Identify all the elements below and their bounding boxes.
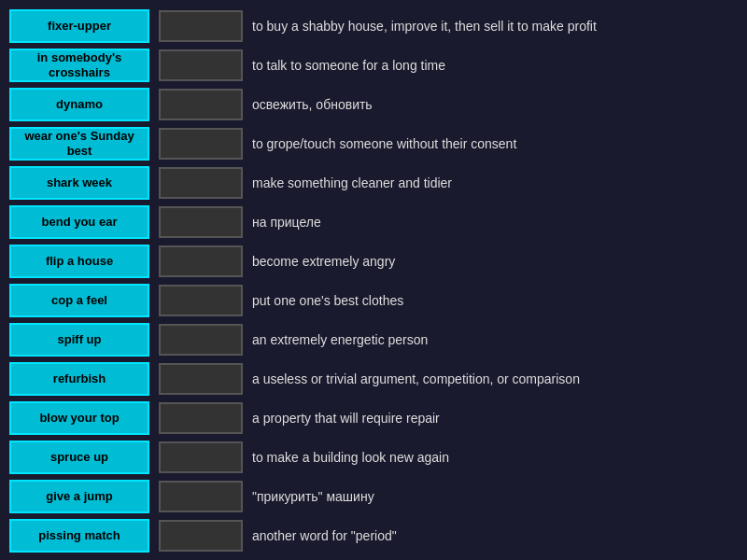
term-button-3[interactable]: wear one's Sunday best xyxy=(9,127,149,161)
definition-9: a useless or trivial argument, competiti… xyxy=(252,371,738,386)
match-box-10[interactable] xyxy=(159,402,243,434)
term-button-8[interactable]: spiff up xyxy=(9,323,149,357)
match-row: refurbisha useless or trivial argument, … xyxy=(9,362,738,396)
main-container: fixer-upperto buy a shabby house, improv… xyxy=(0,0,747,560)
match-box-5[interactable] xyxy=(159,206,243,238)
match-box-2[interactable] xyxy=(159,89,243,120)
definition-1: to talk to someone for a long time xyxy=(252,58,738,73)
match-box-1[interactable] xyxy=(159,49,243,81)
definition-13: another word for "period" xyxy=(252,528,738,543)
term-button-4[interactable]: shark week xyxy=(9,166,149,200)
term-button-1[interactable]: in somebody's crosshairs xyxy=(9,49,149,82)
match-row: shark weekmake something cleaner and tid… xyxy=(9,166,738,200)
definition-11: to make a building look new again xyxy=(252,450,738,465)
match-row: cop a feelput one one's best clothes xyxy=(9,284,738,317)
definition-7: put one one's best clothes xyxy=(252,293,738,308)
term-button-9[interactable]: refurbish xyxy=(9,362,149,396)
definition-4: make something cleaner and tidier xyxy=(252,175,738,190)
match-row: dynamoосвежить, обновить xyxy=(9,88,738,121)
match-row: spiff upan extremely energetic person xyxy=(9,323,738,357)
definition-8: an extremely energetic person xyxy=(252,332,738,347)
match-row: pissing matchanother word for "period" xyxy=(9,519,738,553)
match-box-7[interactable] xyxy=(159,285,243,316)
term-button-13[interactable]: pissing match xyxy=(9,519,149,553)
match-box-0[interactable] xyxy=(159,10,243,42)
term-button-0[interactable]: fixer-upper xyxy=(9,9,149,43)
match-row: flip a housebecome extremely angry xyxy=(9,245,738,278)
term-button-10[interactable]: blow your top xyxy=(9,401,149,435)
definition-12: "прикурить" машину xyxy=(252,489,738,504)
match-row: bend you earна прицеле xyxy=(9,205,738,239)
match-row: fixer-upperto buy a shabby house, improv… xyxy=(9,9,738,43)
match-box-11[interactable] xyxy=(159,441,243,473)
match-row: in somebody's crosshairsto talk to someo… xyxy=(9,49,738,82)
match-row: spruce upto make a building look new aga… xyxy=(9,441,738,474)
match-box-3[interactable] xyxy=(159,128,243,160)
term-button-2[interactable]: dynamo xyxy=(9,88,149,121)
match-row: blow your topa property that will requir… xyxy=(9,401,738,435)
match-box-4[interactable] xyxy=(159,167,243,199)
definition-6: become extremely angry xyxy=(252,254,738,269)
term-button-11[interactable]: spruce up xyxy=(9,441,149,474)
definition-0: to buy a shabby house, improve it, then … xyxy=(252,19,738,34)
match-row: wear one's Sunday bestto grope/touch som… xyxy=(9,127,738,161)
definition-2: освежить, обновить xyxy=(252,97,738,112)
match-box-13[interactable] xyxy=(159,520,243,552)
match-row: give a jump"прикурить" машину xyxy=(9,480,738,513)
match-box-9[interactable] xyxy=(159,363,243,395)
match-box-6[interactable] xyxy=(159,245,243,277)
match-box-8[interactable] xyxy=(159,324,243,356)
term-button-7[interactable]: cop a feel xyxy=(9,284,149,317)
match-box-12[interactable] xyxy=(159,481,243,512)
term-button-6[interactable]: flip a house xyxy=(9,245,149,278)
term-button-12[interactable]: give a jump xyxy=(9,480,149,513)
definition-5: на прицеле xyxy=(252,215,738,230)
definition-3: to grope/touch someone without their con… xyxy=(252,136,738,151)
definition-10: a property that will require repair xyxy=(252,411,738,426)
term-button-5[interactable]: bend you ear xyxy=(9,205,149,239)
